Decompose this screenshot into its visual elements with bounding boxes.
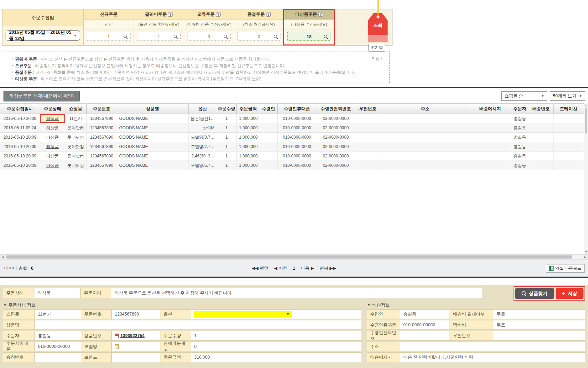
tab-error-order-label[interactable]: 오류주문 (197, 11, 215, 17)
count-box-error-order[interactable]: 0 (187, 32, 231, 41)
col-collected-at[interactable]: 주문수집일시 (0, 104, 40, 114)
chevron-down-icon: ▼ (74, 34, 77, 37)
vertical-scrollbar[interactable]: ▲ ▼ (584, 104, 588, 254)
col-qty[interactable]: 주문수량 (217, 104, 236, 114)
search-icon[interactable] (124, 35, 128, 39)
col-order-no[interactable]: 주문번호 (86, 104, 117, 114)
col-orderer[interactable]: 주문자 (511, 104, 529, 114)
col-location[interactable]: 로케이션 (553, 104, 584, 114)
search-icon[interactable] (174, 35, 178, 39)
tab-feelway-order[interactable]: 필웨이주문?(옵션 정보 확인하세요)1 (134, 9, 184, 45)
page-size-value: 50개씩 보기 (553, 93, 576, 99)
col-amount[interactable]: 주문금액 (236, 104, 260, 114)
cell-mall: 롯데닷컴 (65, 133, 86, 142)
shipping-section-title: 배송정보 (372, 302, 390, 308)
tab-soldout-order[interactable]: 품절주문?(취소 처리하세요)0 (234, 9, 284, 45)
help-icon[interactable]: ? (216, 12, 221, 17)
count-box-feelway-order[interactable]: 1 (137, 32, 181, 41)
sort-select[interactable]: 쇼핑몰 순 ▼ (501, 91, 547, 101)
stock-label: 판매가능재고 (160, 342, 191, 351)
col-ship-message[interactable]: 배송메시지 (470, 104, 511, 114)
col-ship-no[interactable]: 배송번호 (529, 104, 553, 114)
tab-new-order-subtitle: 정상 (84, 20, 134, 30)
tab-feelway-order-subtitle: (옵션 정보 확인하세요) (134, 20, 184, 30)
tag-string (378, 0, 379, 16)
last-page-button[interactable]: 맨뒤 ▶▶ (320, 265, 336, 271)
cell-receiver-mobile: 010-0000-0000 (277, 133, 317, 142)
scroll-left-icon[interactable]: ◀ (0, 255, 5, 259)
tab-other-product-order-label[interactable]: 타상품주문 (295, 11, 317, 17)
status-link[interactable]: 타상품 (46, 135, 59, 140)
notice-close-button[interactable]: X 닫기 (372, 56, 384, 62)
tab-other-product-order[interactable]: 타상품주문?(타상품-수정하세요)18 (284, 9, 334, 45)
col-mall[interactable]: 쇼핑몰 (65, 104, 86, 114)
tab-feelway-order-label[interactable]: 필웨이주문 (145, 11, 167, 17)
cell-receiver-mobile: 010-0000-0000 (277, 161, 317, 170)
brand-value (111, 352, 160, 362)
prev-page-button[interactable]: ◀ 이전 (274, 265, 287, 271)
status-link[interactable]: 타상품 (46, 125, 59, 130)
orderer-phone-value: 010-0000-00000 (34, 342, 81, 351)
count-box-new-order[interactable]: 1 (87, 32, 131, 41)
find-product-button[interactable]: 상품찾기 (515, 288, 554, 299)
status-link[interactable]: 타상품 (46, 116, 59, 121)
page-size-select[interactable]: 50개씩 보기 ▼ (550, 91, 585, 101)
help-icon[interactable]: ? (266, 12, 271, 17)
cell-ship-no (529, 161, 553, 170)
cell-receiver-tel: 02-0000-0000 (317, 152, 355, 161)
col-receiver-mobile[interactable]: 수령인휴대폰 (277, 104, 317, 114)
ship-fee-value: 무료 (493, 309, 585, 319)
receiver-value: 홍길동 (400, 309, 450, 319)
date-range-dropdown[interactable]: 2016년 05월 05일 ~ 2016년 05월 12일 ▼ (6, 30, 80, 41)
scroll-down-icon[interactable]: ▼ (584, 250, 588, 254)
count-box-other-product-order[interactable]: 18 (287, 32, 331, 41)
search-icon[interactable] (224, 35, 228, 39)
status-link[interactable]: 타상품 (46, 163, 59, 168)
tab-other-product-order-count-area: 18 (284, 30, 334, 45)
status-link[interactable]: 타상품 (46, 154, 59, 158)
cell-mall: 롯데닷컴 (65, 142, 86, 152)
col-status[interactable]: 주문상태 (40, 104, 65, 114)
divider-bottom (0, 277, 588, 278)
horizontal-scrollbar[interactable]: ◀ ▶ (0, 254, 588, 260)
option-select[interactable]: ▼ (194, 311, 292, 318)
scroll-up-icon[interactable]: ▲ (584, 104, 588, 108)
note-icon[interactable] (115, 344, 119, 349)
search-button[interactable]: 조회 (368, 22, 388, 28)
cell-option: 2,46(30~3… (188, 152, 217, 161)
notice-item-2: 품절주문 : 고객과의 통화를 통해 취소 처리해야 하는 주문이며 만약 재고… (11, 69, 381, 76)
col-zip[interactable]: 우편번호 (355, 104, 381, 114)
find-product-label: 상품찾기 (529, 291, 548, 297)
delete-other-product-orders-button[interactable]: 타상품주문 삭제(새탭에서 확인) (3, 91, 80, 101)
cell-amount: 1,000,000 (236, 114, 260, 123)
save-button[interactable]: + 저장 (556, 288, 583, 299)
search-icon[interactable] (324, 35, 328, 39)
count-box-soldout-order[interactable]: 0 (237, 32, 281, 41)
first-page-button[interactable]: ◀◀ 맨앞 (252, 265, 269, 271)
col-receiver-tel[interactable]: 수령인전화번호 (317, 104, 355, 114)
help-icon[interactable]: ? (318, 12, 323, 17)
tab-new-order[interactable]: 신규주문정상1 (84, 9, 134, 45)
status-link[interactable]: 타상품 (46, 144, 59, 149)
next-page-button[interactable]: 다음 ▶ (301, 265, 314, 271)
scroll-right-icon[interactable]: ▶ (583, 255, 588, 259)
tab-error-order[interactable]: 오류주문?(비매칭 상품-수정하세요)0 (184, 9, 234, 45)
grid-body: 2016-05-10 20:09타상품11번가1234567890GOODS N… (0, 114, 584, 170)
search-icon[interactable] (274, 35, 278, 39)
cell-address: . (381, 123, 470, 133)
col-receiver[interactable]: 수령인 (260, 104, 277, 114)
help-icon[interactable]: ? (168, 12, 173, 17)
cell-zip (355, 123, 381, 133)
cell-location (553, 123, 584, 133)
vertical-scroll-thumb[interactable] (585, 108, 587, 133)
col-address[interactable]: 주소 (381, 104, 470, 114)
excel-download-button[interactable]: 엑셀 다운로드 (546, 264, 585, 273)
receiver-mobile-value: 010-0000-00000 (400, 320, 450, 330)
col-option[interactable]: 옵션 (188, 104, 217, 114)
col-product-name[interactable]: 상품명 (117, 104, 188, 114)
horizontal-scroll-thumb[interactable] (6, 255, 572, 259)
pagination-bar: 데이타 총합 :6 ◀◀ 맨앞 ◀ 이전 1 다음 ▶ 맨뒤 ▶▶ 엑셀 다운로… (0, 260, 588, 277)
product-no-link[interactable]: 1393622754 (120, 333, 145, 338)
reset-button[interactable]: 초기화 (368, 44, 385, 52)
tab-soldout-order-label[interactable]: 품절주문 (247, 11, 265, 17)
